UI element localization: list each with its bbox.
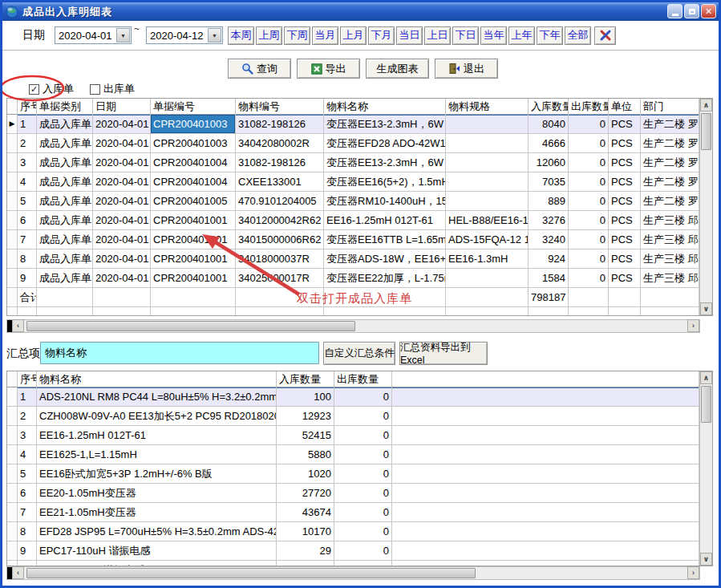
cell: 0 [334,522,392,541]
scroll-right-icon[interactable]: › [687,566,699,579]
table-row[interactable]: 8成品入库单2020-04-01CPR20040100134018000037R… [7,249,699,269]
range-button-9[interactable]: 下日 [452,26,479,45]
table-row[interactable]: 3EE16-1.25mH 012T-61524150 [7,426,699,445]
row-indicator [7,192,18,211]
table-row[interactable]: 6EE20-1.05mH变压器277200 [7,484,699,503]
summary-field-input[interactable]: 物料名称 [40,342,319,364]
range-button-10[interactable]: 当年 [480,26,507,45]
row-indicator [7,269,18,288]
summary-vertical-scrollbar[interactable]: ∧ ∨ [699,371,712,566]
table-row[interactable]: 1ADS-210NL RM8 PC44 L=80uH±5% H=3.2±0.2m… [7,387,699,407]
total-cell [151,288,236,307]
cell: PCS [609,269,641,288]
cell-blank [392,503,699,522]
cell: 0 [569,115,609,134]
inbound-checkbox[interactable]: ✓ 入库单 [29,82,74,96]
scroll-right-icon[interactable]: › [687,319,699,332]
column-header: 部门 [641,99,699,115]
cell-blank [93,307,151,315]
table-row[interactable]: 2成品入库单2020-04-01CPR20040100334042080002R… [7,134,699,153]
scroll-left-icon[interactable]: ‹ [12,566,24,579]
cell: 9 [18,541,37,561]
exit-button[interactable]: 退出 [435,59,498,79]
query-button[interactable]: 查询 [228,59,291,79]
scrollbar-thumb[interactable] [701,386,711,423]
chevron-down-icon[interactable]: ▼ [208,28,221,43]
cell: HEL-B88/EE16-12 [446,211,529,230]
date-to-combo[interactable]: 2020-04-12 ▼ [146,26,223,44]
scroll-left-icon[interactable]: ‹ [12,319,24,332]
scroll-up-icon[interactable]: ∧ [700,99,712,112]
summary-export-excel-button[interactable]: 汇总资料导出到Excel [399,342,488,365]
cell: 34012000042R62 [236,211,324,230]
maximize-button[interactable] [684,4,699,18]
scroll-up-icon[interactable]: ∧ [700,371,712,384]
range-button-4[interactable]: 当月 [312,26,338,45]
table-row[interactable]: 4EE1625-1,L=1.15mH58800 [7,445,699,464]
range-buttons: 本周上周下周当月上月下月当日上日下日当年上年下年全部 [228,26,591,45]
chevron-down-icon[interactable]: ▼ [116,28,130,43]
export-button[interactable]: 导出 [297,59,360,79]
cell: 2020-04-01 [93,249,151,269]
window-title: 成品出入库明细表 [22,5,112,19]
row-indicator [7,249,18,269]
cell: 7035 [529,172,569,192]
detail-vertical-scrollbar[interactable]: ∧ ∨ [699,99,712,315]
table-row[interactable]: 7EE21-1.05mH变压器436740 [7,503,699,522]
scrollbar-thumb[interactable] [26,321,355,331]
table-row[interactable]: 9EPC17-110uH 谐振电感290 [7,541,699,561]
detail-horizontal-scrollbar[interactable]: ‹ › [6,319,700,333]
outbound-checkbox[interactable]: 出库单 [90,82,135,96]
table-row[interactable]: 2CZH008W-09V-A0 EE13加长5+2 PC95 RD2018020… [7,407,699,426]
table-row[interactable]: 5成品入库单2020-04-01CPR200401005470.91012040… [7,192,699,211]
range-button-5[interactable]: 上月 [340,26,367,45]
range-button-12[interactable]: 下年 [537,26,563,45]
row-indicator [7,211,18,230]
cell: 成品入库单 [37,269,93,288]
range-button-11[interactable]: 上年 [508,26,535,45]
table-row[interactable]: 10EPC17-90uH 谐振电感99200 [7,561,699,566]
summary-horizontal-scrollbar[interactable]: ‹ › [6,566,700,580]
range-button-13[interactable]: 全部 [565,26,591,45]
app-globe-icon [6,6,18,18]
checkbox-checked-icon[interactable]: ✓ [29,84,39,95]
row-indicator-header [7,99,18,115]
scroll-down-icon[interactable]: ∨ [700,302,712,315]
scrollbar-thumb[interactable] [701,113,711,150]
custom-summary-button[interactable]: 自定义汇总条件 [323,342,395,365]
cell: EE1625-1,L=1.15mH [37,445,277,464]
tools-button[interactable] [594,26,616,45]
inbound-label: 入库单 [43,82,74,96]
cell: 29 [277,541,334,561]
cell-blank [236,307,324,315]
scrollbar-thumb[interactable] [26,568,476,578]
cell-blank [609,307,641,315]
cell: CPR200401001 [151,269,236,288]
table-row[interactable]: 9成品入库单2020-04-01CPR20040100134025000017R… [7,269,699,288]
checkbox-unchecked-icon[interactable] [90,84,100,95]
date-from-combo[interactable]: 2020-04-01 ▼ [55,26,132,44]
close-button[interactable]: ✕ [701,4,716,18]
title-bar[interactable]: 成品出入库明细表 ✕ [2,2,719,21]
table-row[interactable]: 8EFD28 JSP95 L=700uH±5% H=3.5±0.2mm ADS-… [7,522,699,541]
table-row[interactable]: ▶1成品入库单2020-04-01CPR20040100331082-19812… [7,115,699,134]
range-button-8[interactable]: 上日 [424,26,451,45]
minimize-button[interactable] [667,4,683,18]
table-row[interactable]: 7成品入库单2020-04-01CPR20040100134015000006R… [7,230,699,249]
range-button-6[interactable]: 下月 [368,26,395,45]
range-button-3[interactable]: 下周 [284,26,310,45]
exit-door-icon [448,63,460,75]
table-row[interactable]: 3成品入库单2020-04-01CPR20040100431082-198126… [7,153,699,172]
summary-table-body: 序号物料名称入库数量出库数量1ADS-210NL RM8 PC44 L=80uH… [7,371,699,566]
table-row[interactable]: 5EE16卧式加宽5+3P 1.2mH+/-6% B版10200 [7,464,699,484]
cell [446,192,529,211]
table-row[interactable]: 6成品入库单2020-04-01CPR20040100134012000042R… [7,211,699,230]
row-indicator [7,288,18,307]
range-button-1[interactable]: 本周 [228,26,254,45]
scroll-down-icon[interactable]: ∨ [700,553,712,566]
range-button-7[interactable]: 当日 [396,26,423,45]
chart-button[interactable]: 生成图表 [366,59,429,79]
total-cell [569,288,609,307]
range-button-2[interactable]: 上周 [256,26,282,45]
table-row[interactable]: 4成品入库单2020-04-01CPR200401004CXEE133001变压… [7,172,699,192]
